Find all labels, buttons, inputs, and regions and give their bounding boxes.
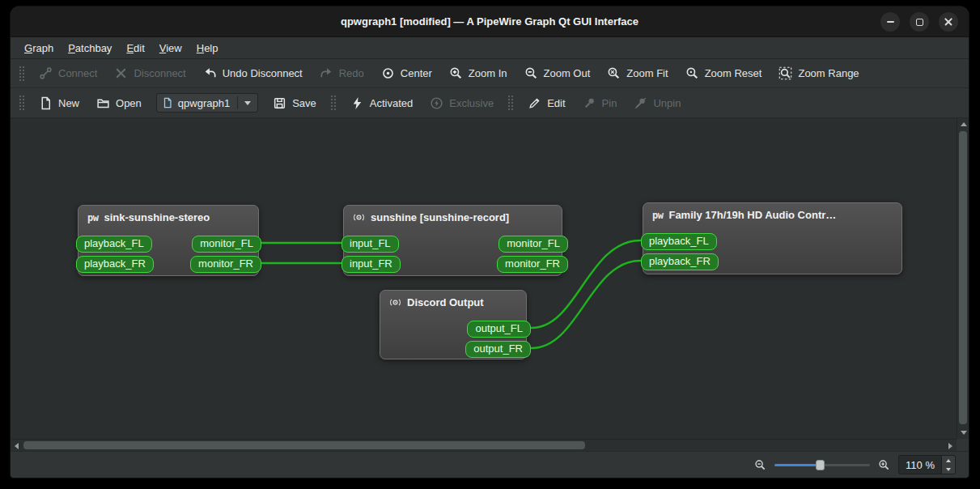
connect-button: Connect (32, 62, 104, 84)
node-sink-sunshine-stereo[interactable]: pw sink-sunshine-stereo playback_FL play… (78, 205, 259, 276)
zoom-range-icon (778, 66, 792, 80)
redo-label: Redo (339, 67, 364, 79)
center-label: Center (401, 67, 432, 79)
desktop-background: qpwgraph1 [modified] — A PipeWire Graph … (0, 0, 980, 489)
port-output-fr[interactable]: output_FR (465, 341, 531, 358)
menu-help[interactable]: Help (189, 39, 226, 57)
toolbar-handle[interactable] (19, 95, 25, 111)
patchbay-file-value: qpwgraph1 (178, 97, 230, 109)
node-family-hd-audio[interactable]: pw Family 17h/19h HD Audio Contr… playba… (643, 202, 902, 274)
port-playback-fr[interactable]: playback_FR (641, 253, 719, 270)
center-button[interactable]: Center (374, 62, 439, 84)
zoom-spin-down-button[interactable] (942, 465, 955, 474)
window-controls (880, 12, 958, 32)
zoom-slider-handle[interactable] (816, 460, 825, 470)
node-title: Family 17h/19h HD Audio Contr… (668, 209, 836, 221)
triangle-down-icon (961, 431, 967, 435)
zoom-in-button[interactable]: Zoom In (442, 62, 515, 84)
menu-view[interactable]: View (152, 39, 189, 57)
port-playback-fl[interactable]: playback_FL (76, 236, 152, 253)
edit-label: Edit (547, 97, 565, 109)
zoom-slider-fill (774, 464, 820, 466)
zoom-slider[interactable] (774, 457, 870, 472)
port-monitor-fr[interactable]: monitor_FR (190, 256, 261, 273)
node-sunshine-record[interactable]: sunshine [sunshine-record] input_FL inpu… (343, 205, 562, 276)
port-input-fl[interactable]: input_FL (342, 236, 399, 253)
zoom-spinbox[interactable]: 110 % (898, 455, 956, 474)
triangle-up-icon (961, 122, 967, 126)
toolbar-handle[interactable] (507, 95, 514, 111)
scroll-right-button[interactable] (944, 440, 957, 451)
horizontal-scrollbar[interactable] (11, 439, 957, 451)
connect-label: Connect (58, 67, 97, 79)
maximize-button[interactable] (910, 12, 929, 32)
undo-disconnect-button[interactable]: Undo Disconnect (196, 62, 310, 84)
undo-icon (203, 66, 217, 80)
close-button[interactable] (939, 12, 958, 32)
window-title: qpwgraph1 [modified] — A PipeWire Graph … (341, 15, 638, 28)
pin-button: Pin (575, 92, 625, 114)
close-icon (944, 17, 953, 27)
zoom-out-label: Zoom Out (544, 67, 591, 79)
zoom-reset-icon (685, 66, 699, 80)
qpwgraph-window: qpwgraph1 [modified] — A PipeWire Graph … (11, 6, 969, 478)
toolbar-handle[interactable] (330, 95, 337, 111)
menu-patchbay[interactable]: Patchbay (61, 39, 119, 57)
zoom-fit-icon (607, 66, 621, 80)
save-button[interactable]: Save (265, 92, 324, 114)
zoom-range-label: Zoom Range (798, 67, 859, 79)
scroll-down-button[interactable] (957, 427, 969, 439)
redo-button: Redo (312, 62, 371, 84)
vertical-scrollbar[interactable] (957, 118, 969, 439)
pin-label: Pin (602, 97, 617, 109)
zoom-out-icon[interactable] (754, 459, 766, 471)
edit-pencil-icon (528, 96, 541, 110)
menu-edit[interactable]: Edit (119, 39, 151, 57)
activated-button[interactable]: Activated (343, 92, 420, 114)
combo-separator (237, 96, 238, 109)
port-playback-fl[interactable]: playback_FL (641, 233, 717, 250)
vertical-scrollbar-thumb[interactable] (959, 131, 967, 424)
port-monitor-fl[interactable]: monitor_FL (192, 236, 261, 253)
edit-button[interactable]: Edit (520, 92, 572, 114)
statusbar: 110 % (11, 451, 969, 478)
titlebar[interactable]: qpwgraph1 [modified] — A PipeWire Graph … (11, 6, 969, 37)
zoom-out-button[interactable]: Zoom Out (517, 62, 598, 84)
scroll-up-button[interactable] (957, 118, 969, 130)
unpin-button: Unpin (626, 92, 688, 114)
triangle-left-icon (15, 443, 19, 449)
scrollbar-corner (957, 439, 969, 451)
scroll-left-button[interactable] (11, 440, 23, 451)
port-playback-fr[interactable]: playback_FR (76, 256, 154, 273)
patchbay-file-combo[interactable]: qpwgraph1 (156, 93, 258, 113)
new-file-icon (39, 96, 53, 110)
port-monitor-fl[interactable]: monitor_FL (498, 236, 568, 253)
port-monitor-fr[interactable]: monitor_FR (497, 256, 568, 273)
graph-toolbar: Connect Disconnect Undo Disconnect Redo (11, 59, 969, 88)
new-button[interactable]: New (32, 92, 87, 114)
patchbay-file-icon (162, 97, 173, 108)
node-title: Discord Output (407, 296, 484, 308)
zoom-spin-up-button[interactable] (942, 456, 955, 465)
menu-graph[interactable]: Graph (17, 39, 61, 57)
zoom-range-button[interactable]: Zoom Range (771, 62, 866, 84)
zoom-reset-button[interactable]: Zoom Reset (678, 62, 770, 84)
graph-canvas[interactable]: pw sink-sunshine-stereo playback_FL play… (11, 118, 969, 451)
horizontal-scrollbar-thumb[interactable] (23, 441, 585, 449)
zoom-fit-button[interactable]: Zoom Fit (600, 62, 675, 84)
pipewire-icon: pw (87, 212, 98, 223)
toolbar-handle[interactable] (19, 66, 25, 82)
open-label: Open (116, 97, 142, 109)
minimize-button[interactable] (880, 12, 900, 32)
zoom-spin-arrows (941, 456, 955, 474)
open-button[interactable]: Open (89, 92, 149, 114)
triangle-up-icon (946, 459, 951, 462)
zoom-in-icon[interactable] (878, 459, 890, 471)
exclusive-label: Exclusive (449, 97, 494, 109)
zoom-value[interactable]: 110 % (899, 456, 941, 474)
port-output-fl[interactable]: output_FL (467, 321, 531, 338)
exclusive-button: Exclusive (422, 92, 501, 114)
node-discord-output[interactable]: Discord Output output_FL output_FR (380, 290, 527, 359)
port-input-fr[interactable]: input_FR (342, 256, 401, 273)
stream-monitor-icon (389, 296, 401, 308)
